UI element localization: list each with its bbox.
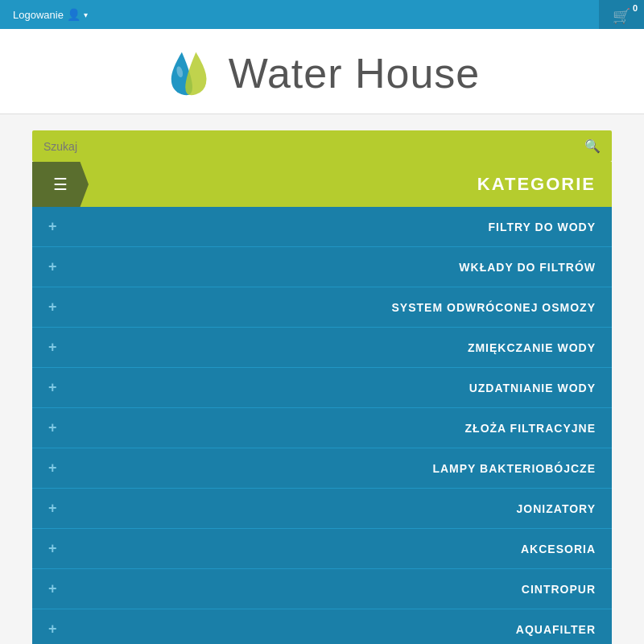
logo-icon xyxy=(164,45,221,101)
list-item[interactable]: + AQUAFILTER xyxy=(32,609,612,644)
logo-area: Water House xyxy=(0,29,644,114)
hamburger-button[interactable]: ☰ xyxy=(32,162,89,207)
person-icon: 👤 xyxy=(67,8,80,21)
login-button[interactable]: Logowanie 👤 ▾ xyxy=(0,8,88,21)
expand-icon: + xyxy=(48,379,57,396)
category-item-label: CINTROPUR xyxy=(522,583,596,596)
category-item-label: SYSTEM ODWRÓCONEJ OSMOZY xyxy=(392,301,596,314)
category-item-label: AKCESORIA xyxy=(521,543,596,555)
list-item[interactable]: + SYSTEM ODWRÓCONEJ OSMOZY xyxy=(32,287,612,328)
expand-icon: + xyxy=(48,460,57,477)
main-content: 🔍 ☰ KATEGORIE + FILTRY DO WODY + WKŁADY … xyxy=(0,114,644,644)
search-input[interactable] xyxy=(32,132,573,161)
list-item[interactable]: + WKŁADY DO FILTRÓW xyxy=(32,247,612,287)
expand-icon: + xyxy=(48,580,57,597)
logo-text: Water House xyxy=(229,49,481,97)
category-item-label: AQUAFILTER xyxy=(516,623,596,636)
list-item[interactable]: + ZŁOŻA FILTRACYJNE xyxy=(32,408,612,448)
list-item[interactable]: + AKCESORIA xyxy=(32,529,612,569)
dropdown-caret-icon: ▾ xyxy=(84,10,88,19)
expand-icon: + xyxy=(48,339,57,356)
search-icon: 🔍 xyxy=(584,139,601,153)
list-item[interactable]: + CINTROPUR xyxy=(32,569,612,609)
category-item-label: UZDATNIANIE WODY xyxy=(469,382,596,394)
list-item[interactable]: + UZDATNIANIE WODY xyxy=(32,368,612,408)
category-item-label: JONIZATORY xyxy=(517,502,596,515)
category-item-label: LAMPY BAKTERIOBÓJCZE xyxy=(432,462,596,475)
expand-icon: + xyxy=(48,218,57,235)
category-item-label: ZMIĘKCZANIE WODY xyxy=(468,341,596,354)
list-item[interactable]: + ZMIĘKCZANIE WODY xyxy=(32,328,612,368)
cart-icon: 🛒 xyxy=(613,7,630,25)
expand-icon: + xyxy=(48,621,57,638)
login-label: Logowanie xyxy=(13,9,64,21)
category-item-label: ZŁOŻA FILTRACYJNE xyxy=(465,422,596,435)
cart-badge: 0 xyxy=(633,3,638,13)
category-title: KATEGORIE xyxy=(477,174,596,195)
expand-icon: + xyxy=(48,500,57,517)
expand-icon: + xyxy=(48,299,57,316)
category-item-label: WKŁADY DO FILTRÓW xyxy=(459,261,596,274)
search-bar: 🔍 xyxy=(32,130,612,162)
expand-icon: + xyxy=(48,540,57,557)
category-list: + FILTRY DO WODY + WKŁADY DO FILTRÓW + S… xyxy=(32,207,612,644)
category-item-label: FILTRY DO WODY xyxy=(488,221,596,233)
top-bar: Logowanie 👤 ▾ 0 🛒 xyxy=(0,0,644,29)
cart-button[interactable]: 0 🛒 xyxy=(599,0,644,29)
list-item[interactable]: + LAMPY BAKTERIOBÓJCZE xyxy=(32,448,612,489)
category-section: ☰ KATEGORIE + FILTRY DO WODY + WKŁADY DO… xyxy=(32,162,612,644)
search-button[interactable]: 🔍 xyxy=(573,130,612,162)
list-item[interactable]: + JONIZATORY xyxy=(32,489,612,529)
list-item[interactable]: + FILTRY DO WODY xyxy=(32,207,612,247)
hamburger-icon: ☰ xyxy=(53,175,68,194)
category-header: ☰ KATEGORIE xyxy=(32,162,612,207)
expand-icon: + xyxy=(48,258,57,275)
expand-icon: + xyxy=(48,419,57,436)
